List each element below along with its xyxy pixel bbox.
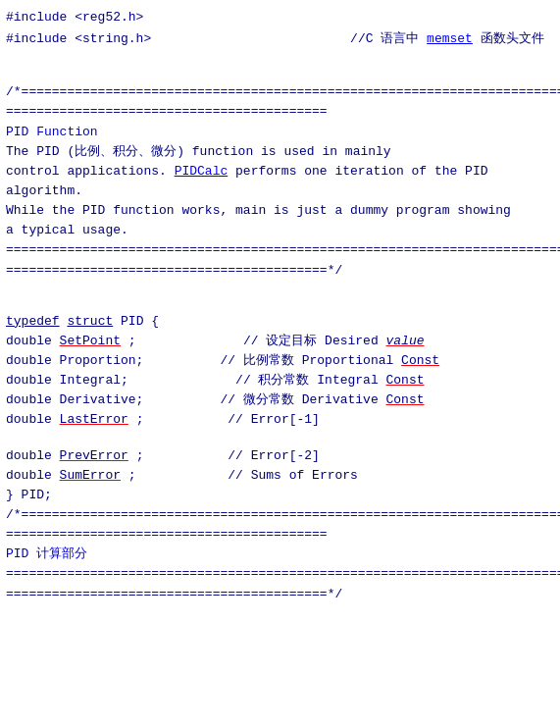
pid-usage-text: a typical usage.: [6, 223, 128, 237]
preverror-semi: ;: [136, 448, 144, 463]
double-keyword3: double Integral;: [6, 373, 128, 388]
sumerror-tab: [143, 468, 220, 483]
include1: #include <reg52.h>: [6, 10, 143, 25]
typedef-line: typedef struct PID {: [6, 312, 554, 332]
double-keyword4: double Derivative;: [6, 392, 143, 407]
pid-comment-block: /*======================================…: [6, 82, 554, 280]
sumerror-line: double SumError ; // Sums of Errors: [6, 466, 554, 486]
code-content: #include <reg52.h> #include <string.h> /…: [6, 8, 554, 604]
sumerror-link[interactable]: SumError: [60, 468, 121, 483]
setpoint-semi: ;: [128, 334, 136, 348]
sep-bottom1: ========================================…: [6, 240, 554, 260]
pid-desc5: a typical usage.: [6, 221, 554, 240]
pid-desc4: While the PID function works, main is ju…: [6, 201, 554, 221]
setpoint-value: value: [386, 334, 425, 348]
typedef-section: typedef struct PID { double SetPoint ; /…: [6, 312, 554, 505]
sep2-top: /*======================================…: [6, 505, 554, 525]
proportion-const: Const: [401, 353, 439, 368]
pid-desc1: The PID (比例、积分、微分) function is used in m…: [6, 142, 554, 162]
integral-const: Const: [386, 373, 425, 388]
double-keyword2: double Proportion;: [6, 353, 143, 368]
close-brace-line: } PID;: [6, 486, 554, 505]
pid-calc-title: PID 计算部分: [6, 545, 554, 564]
double-keyword7: double: [6, 468, 60, 483]
lasterror-line: double LastError ; // Error[-1]: [6, 410, 554, 430]
struct-space: PID {: [121, 314, 159, 329]
sep2-bottom1: ========================================…: [6, 564, 554, 584]
pidcalc-link[interactable]: PIDCalc: [175, 164, 229, 179]
preverror-comment: // Error[-2]: [228, 448, 320, 463]
lasterror-link[interactable]: LastError: [60, 412, 128, 427]
lasterror-tab: [151, 412, 220, 427]
close-brace: } PID;: [6, 488, 52, 502]
pid-calc-title-text: PID 计算部分: [6, 546, 87, 561]
lasterror-comment: // Error[-1]: [228, 412, 320, 427]
pid-desc4-text: While the PID function works, main is ju…: [6, 203, 511, 218]
include2: #include <string.h>: [6, 31, 151, 46]
sep-bottom2: ========================================…: [6, 261, 554, 281]
setpoint-line: double SetPoint ; // 设定目标 Desired value: [6, 332, 554, 351]
integral-line: double Integral; // 积分常数 Integral Const: [6, 371, 554, 390]
preverror-line: double PrevError ; // Error[-2]: [6, 446, 554, 466]
sumerror-semi: ;: [128, 468, 136, 483]
integral-comment1: // 积分常数 Integral: [235, 373, 385, 388]
pid-desc2-post: performs one iteration of the PID: [228, 164, 487, 179]
sep-mid: ========================================…: [6, 102, 554, 122]
lasterror-semi: ;: [136, 412, 144, 427]
typedef-keyword: typedef: [6, 314, 60, 329]
sumerror-comment: // Sums of Errors: [228, 468, 358, 483]
struct-keyword: struct: [67, 314, 113, 329]
derivative-const: Const: [386, 392, 425, 407]
pid-desc2-pre: control applications.: [6, 164, 175, 179]
include-section: #include <reg52.h> #include <string.h> /…: [6, 8, 554, 49]
double-keyword6: double: [6, 448, 60, 463]
proportion-tab: [151, 353, 212, 368]
double-keyword1: double: [6, 334, 60, 348]
derivative-tab: [151, 392, 212, 407]
pid-calc-comment-block: /*======================================…: [6, 505, 554, 604]
memset-link[interactable]: memset: [427, 31, 473, 46]
preverror-tab: [151, 448, 220, 463]
sep2-bottom2: ========================================…: [6, 585, 554, 604]
sep2-mid: ========================================…: [6, 525, 554, 545]
double-keyword5: double: [6, 412, 60, 427]
preverror-link[interactable]: PrevError: [60, 448, 128, 463]
pid-desc3: algorithm.: [6, 182, 554, 201]
setpoint-link[interactable]: SetPoint: [60, 334, 121, 348]
setpoint-tab: [143, 334, 235, 348]
derivative-line: double Derivative; // 微分常数 Derivative Co…: [6, 390, 554, 410]
proportion-line: double Proportion; // 比例常数 Proportional …: [6, 351, 554, 371]
integral-tab: [136, 373, 229, 388]
setpoint-comment1: // 设定目标 Desired: [243, 334, 386, 348]
pid-desc1-text: The PID (比例、积分、微分) function is used in m…: [6, 144, 391, 159]
include2-comment: //C 语言中 memset 函数头文件: [350, 31, 544, 46]
derivative-comment1: // 微分常数 Derivative: [220, 392, 385, 407]
pid-title-line: PID Function: [6, 123, 554, 142]
proportion-comment1: // 比例常数 Proportional: [220, 353, 401, 368]
pid-desc2: control applications. PIDCalc performs o…: [6, 162, 554, 182]
sep-top: /*======================================…: [6, 82, 554, 102]
pid-algorithm: algorithm.: [6, 183, 82, 198]
pid-title: PID Function: [6, 125, 98, 139]
include2-spacer: [159, 31, 342, 46]
